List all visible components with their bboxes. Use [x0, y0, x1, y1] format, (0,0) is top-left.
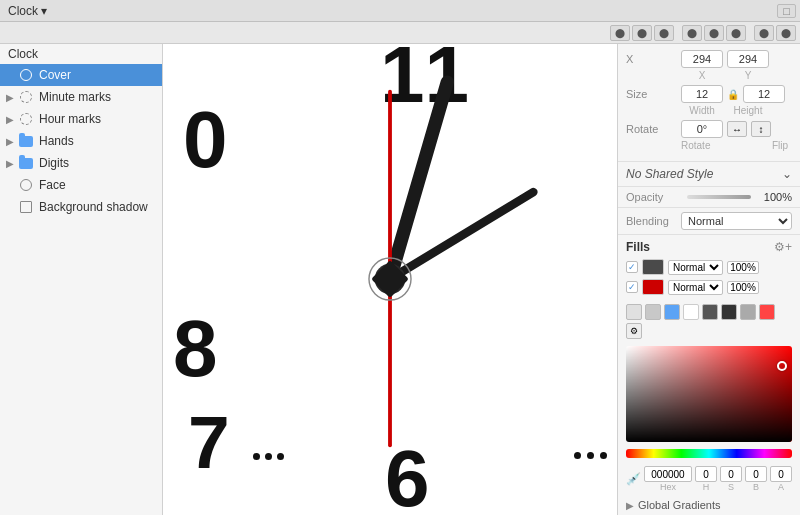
align-left-btn[interactable]: ⬤: [610, 25, 630, 41]
fills-title: Fills: [626, 240, 774, 254]
opacity-slider[interactable]: [687, 195, 751, 199]
a-input[interactable]: [770, 466, 792, 482]
dotted-circle-icon: [18, 89, 34, 105]
a-label: A: [778, 482, 784, 492]
align-v-center-btn[interactable]: ⬤: [704, 25, 724, 41]
blending-select[interactable]: Normal Multiply Screen: [681, 212, 792, 230]
hex-label: Hex: [660, 482, 676, 492]
align-h-center-btn[interactable]: ⬤: [632, 25, 652, 41]
layer-item-digits[interactable]: ▶ Digits: [0, 152, 162, 174]
layer-item-face[interactable]: Face: [0, 174, 162, 196]
fill-item-2[interactable]: Normal: [618, 277, 800, 297]
expand-arrow: ▶: [6, 92, 16, 103]
distribute-h-btn[interactable]: ⬤: [754, 25, 774, 41]
fills-add-icon[interactable]: +: [785, 240, 792, 254]
w-sub-label: Width: [681, 105, 723, 116]
circle-icon-face: [18, 177, 34, 193]
shared-style-row[interactable]: No Shared Style ⌄: [618, 162, 800, 187]
align-top-btn[interactable]: ⬤: [682, 25, 702, 41]
align-bottom-btn[interactable]: ⬤: [726, 25, 746, 41]
fill-opacity-2[interactable]: [727, 281, 759, 294]
eyedropper-icon[interactable]: 💉: [626, 472, 641, 486]
swatch-settings[interactable]: ⚙: [626, 323, 642, 339]
blending-label: Blending: [626, 215, 681, 227]
expand-arrow: ▶: [6, 158, 16, 169]
s-label: S: [728, 482, 734, 492]
layer-label-face: Face: [39, 178, 66, 192]
color-swatches-row: ⚙: [618, 301, 800, 342]
fills-settings-icon[interactable]: ⚙: [774, 240, 785, 254]
s-input[interactable]: [720, 466, 742, 482]
window-button[interactable]: □: [777, 4, 796, 18]
transform-label: Rotate: [626, 123, 681, 135]
fill-mode-select-2[interactable]: Normal: [668, 280, 723, 295]
fill-mode-select-1[interactable]: Normal: [668, 260, 723, 275]
svg-rect-7: [371, 260, 409, 298]
layer-label-cover: Cover: [39, 68, 71, 82]
canvas-area: 11 0 8 7 6: [163, 44, 617, 515]
layer-item-hands[interactable]: ▶ Hands: [0, 130, 162, 152]
opacity-label: Opacity: [626, 191, 681, 203]
fill-opacity-1[interactable]: [727, 261, 759, 274]
square-icon: [18, 199, 34, 215]
clock-group-label: Clock: [0, 44, 162, 64]
shared-style-text: No Shared Style: [626, 167, 782, 181]
shared-style-dropdown-icon[interactable]: ⌄: [782, 167, 792, 181]
align-right-btn[interactable]: ⬤: [654, 25, 674, 41]
flip-h-btn[interactable]: ↔: [727, 121, 747, 137]
size-label: Size: [626, 88, 681, 100]
hex-input[interactable]: [644, 466, 692, 482]
rotate-sub-label: Rotate: [681, 140, 710, 151]
flip-sub-label: Flip: [772, 140, 788, 151]
h-sub-label: Height: [727, 105, 769, 116]
y-sub-label: Y: [727, 70, 769, 81]
swatch-gray1[interactable]: [626, 304, 642, 320]
layer-item-minute-marks[interactable]: ▶ Minute marks: [0, 86, 162, 108]
position-label: X: [626, 53, 681, 65]
dotted-circle-icon2: [18, 111, 34, 127]
color-gradient-area[interactable]: [626, 346, 792, 442]
size-height-input[interactable]: [743, 85, 785, 103]
lock-icon: 🔒: [727, 89, 739, 100]
color-cursor: [777, 361, 787, 371]
clock-hands-svg: [163, 44, 617, 515]
h-label: H: [703, 482, 710, 492]
expand-arrow: ▶: [6, 114, 16, 125]
swatch-gray2[interactable]: [645, 304, 661, 320]
fill-color-swatch-1[interactable]: [642, 259, 664, 275]
rotate-input[interactable]: [681, 120, 723, 138]
b-input[interactable]: [745, 466, 767, 482]
layer-label-hour-marks: Hour marks: [39, 112, 101, 126]
folder-icon-hands: [18, 133, 34, 149]
position-x-input[interactable]: [681, 50, 723, 68]
fill-color-swatch-2[interactable]: [642, 279, 664, 295]
fill-checkbox-1[interactable]: [626, 261, 638, 273]
layer-label-bg-shadow: Background shadow: [39, 200, 148, 214]
fill-checkbox-2[interactable]: [626, 281, 638, 293]
swatch-red[interactable]: [759, 304, 775, 320]
fill-item-1[interactable]: Normal: [618, 257, 800, 277]
swatch-gray3[interactable]: [740, 304, 756, 320]
expand-arrow: ▶: [6, 136, 16, 147]
app-title: Clock ▾: [8, 4, 47, 18]
global-gradients-text: Global Gradients: [638, 499, 721, 511]
swatch-white[interactable]: [683, 304, 699, 320]
layer-item-bg-shadow[interactable]: Background shadow: [0, 196, 162, 218]
folder-icon-digits: [18, 155, 34, 171]
layer-item-hour-marks[interactable]: ▶ Hour marks: [0, 108, 162, 130]
opacity-value: 100%: [757, 191, 792, 203]
layer-item-cover[interactable]: Cover: [0, 64, 162, 86]
layer-label-digits: Digits: [39, 156, 69, 170]
h-input[interactable]: [695, 466, 717, 482]
circle-icon: [18, 67, 34, 83]
size-width-input[interactable]: [681, 85, 723, 103]
flip-v-btn[interactable]: ↕: [751, 121, 771, 137]
swatch-blue[interactable]: [664, 304, 680, 320]
swatch-dark[interactable]: [702, 304, 718, 320]
distribute-v-btn[interactable]: ⬤: [776, 25, 796, 41]
layer-label-hands: Hands: [39, 134, 74, 148]
hue-bar[interactable]: [626, 449, 792, 458]
swatch-darker[interactable]: [721, 304, 737, 320]
position-y-input[interactable]: [727, 50, 769, 68]
global-gradients[interactable]: ▶ Global Gradients: [618, 495, 800, 515]
